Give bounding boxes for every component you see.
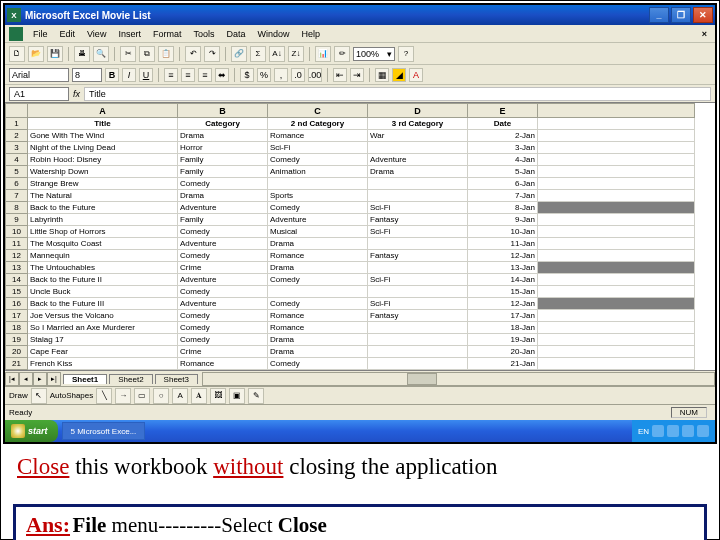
cell[interactable]: Little Shop of Horrors (28, 226, 178, 238)
cell[interactable]: 7-Jan (468, 190, 538, 202)
cell[interactable]: Adventure (178, 298, 268, 310)
currency-icon[interactable]: $ (240, 68, 254, 82)
cell[interactable]: Romance (268, 310, 368, 322)
cell[interactable]: 15-Jan (468, 286, 538, 298)
cell[interactable]: Animation (268, 166, 368, 178)
merge-icon[interactable]: ⬌ (215, 68, 229, 82)
comma-icon[interactable]: , (274, 68, 288, 82)
cell[interactable]: Title (28, 118, 178, 130)
restore-button[interactable]: ❐ (671, 7, 691, 23)
hyperlink-icon[interactable]: 🔗 (231, 46, 247, 62)
sheet-nav-prev[interactable]: ◂ (19, 372, 33, 386)
fx-button[interactable]: fx (73, 89, 80, 99)
cell[interactable] (538, 346, 695, 358)
cell[interactable]: 3 rd Category (368, 118, 468, 130)
cell[interactable] (538, 322, 695, 334)
taskbar-item-excel[interactable]: 5 Microsoft Exce... (62, 422, 146, 440)
row-header[interactable]: 12 (6, 250, 28, 262)
cell[interactable]: Comedy (268, 202, 368, 214)
menu-edit[interactable]: Edit (54, 27, 82, 41)
cell[interactable]: 21-Jan (468, 358, 538, 370)
cell[interactable]: The Mosquito Coast (28, 238, 178, 250)
cell[interactable]: Labyrinth (28, 214, 178, 226)
row-header[interactable]: 20 (6, 346, 28, 358)
cell[interactable]: 10-Jan (468, 226, 538, 238)
tray-network-icon[interactable] (682, 425, 694, 437)
row-header[interactable]: 13 (6, 262, 28, 274)
cell[interactable] (368, 262, 468, 274)
col-header-e[interactable]: E (468, 104, 538, 118)
cell[interactable]: Fantasy (368, 250, 468, 262)
percent-icon[interactable]: % (257, 68, 271, 82)
cell[interactable] (538, 142, 695, 154)
fill-color-icon[interactable]: ◢ (392, 68, 406, 82)
copy-icon[interactable]: ⧉ (139, 46, 155, 62)
cell[interactable]: 18-Jan (468, 322, 538, 334)
dec-indent-icon[interactable]: ⇤ (333, 68, 347, 82)
autosum-icon[interactable]: Σ (250, 46, 266, 62)
cell[interactable] (368, 334, 468, 346)
open-icon[interactable]: 📂 (28, 46, 44, 62)
sheet-nav-next[interactable]: ▸ (33, 372, 47, 386)
cell[interactable]: 17-Jan (468, 310, 538, 322)
cell[interactable]: Romance (268, 250, 368, 262)
menu-file[interactable]: File (27, 27, 54, 41)
autoshapes-menu[interactable]: AutoShapes (50, 391, 94, 400)
menu-format[interactable]: Format (147, 27, 188, 41)
align-right-icon[interactable]: ≡ (198, 68, 212, 82)
cell[interactable]: Strange Brew (28, 178, 178, 190)
cell[interactable] (538, 226, 695, 238)
wordart-icon[interactable]: 𝐀 (191, 388, 207, 404)
cell[interactable]: Drama (178, 130, 268, 142)
cell[interactable] (368, 190, 468, 202)
cell[interactable]: 12-Jan (468, 250, 538, 262)
cell[interactable]: Sports (268, 190, 368, 202)
cell[interactable]: Back to the Future III (28, 298, 178, 310)
cell[interactable] (538, 202, 695, 214)
cell[interactable]: Sci-Fi (368, 274, 468, 286)
name-box[interactable]: A1 (9, 87, 69, 101)
col-header-d[interactable]: D (368, 104, 468, 118)
row-header[interactable]: 21 (6, 358, 28, 370)
cell[interactable]: Comedy (178, 178, 268, 190)
cell[interactable]: Family (178, 154, 268, 166)
formula-input[interactable]: Title (84, 87, 711, 101)
menu-insert[interactable]: Insert (112, 27, 147, 41)
cell[interactable] (368, 286, 468, 298)
cell[interactable] (368, 142, 468, 154)
cell[interactable]: Comedy (268, 358, 368, 370)
cell[interactable]: Sci-Fi (268, 142, 368, 154)
sheet-nav-last[interactable]: ▸| (47, 372, 61, 386)
cell[interactable]: The Natural (28, 190, 178, 202)
doc-close-button[interactable]: × (698, 28, 711, 40)
cell[interactable]: Drama (268, 334, 368, 346)
arrow-icon[interactable]: → (115, 388, 131, 404)
select-all-corner[interactable] (6, 104, 28, 118)
cell[interactable] (538, 130, 695, 142)
cell[interactable]: 13-Jan (468, 262, 538, 274)
col-header-blank[interactable] (538, 104, 695, 118)
bold-button[interactable]: B (105, 68, 119, 82)
cell[interactable]: Cape Fear (28, 346, 178, 358)
line-icon[interactable]: ╲ (96, 388, 112, 404)
font-size-select[interactable]: 8 (72, 68, 102, 82)
inc-decimal-icon[interactable]: .0 (291, 68, 305, 82)
cell[interactable] (538, 214, 695, 226)
language-indicator[interactable]: EN (638, 427, 649, 436)
chart-icon[interactable]: 📊 (315, 46, 331, 62)
cell[interactable]: Adventure (178, 238, 268, 250)
tray-volume-icon[interactable] (667, 425, 679, 437)
row-header[interactable]: 2 (6, 130, 28, 142)
cell[interactable]: 8-Jan (468, 202, 538, 214)
cell[interactable] (538, 178, 695, 190)
cell[interactable]: Sci-Fi (368, 298, 468, 310)
cell[interactable] (538, 190, 695, 202)
cell[interactable] (368, 238, 468, 250)
cell[interactable]: Adventure (268, 214, 368, 226)
cell[interactable]: Mannequin (28, 250, 178, 262)
row-header[interactable]: 4 (6, 154, 28, 166)
row-header[interactable]: 19 (6, 334, 28, 346)
cell[interactable] (538, 118, 695, 130)
row-header[interactable]: 1 (6, 118, 28, 130)
cell[interactable] (538, 250, 695, 262)
